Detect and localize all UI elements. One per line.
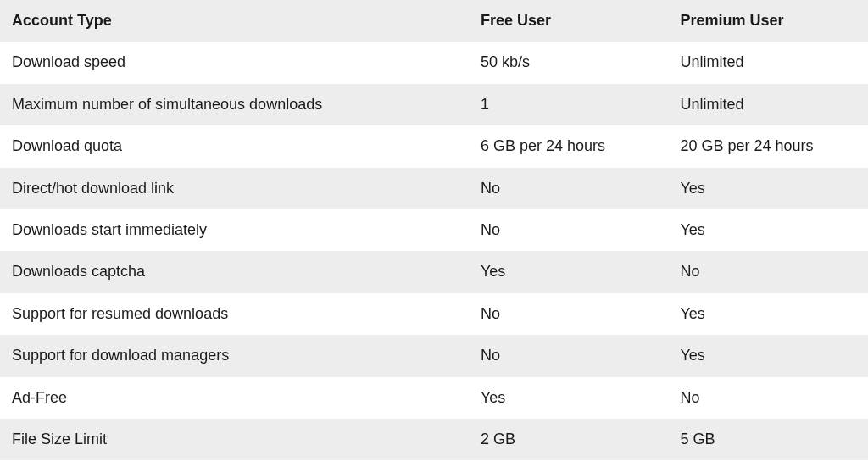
cell-premium: Yes bbox=[668, 209, 868, 251]
cell-premium: 5 GB bbox=[668, 419, 868, 460]
cell-feature: Direct/hot download link bbox=[0, 168, 469, 209]
table-row: Downloads captcha Yes No bbox=[0, 251, 868, 292]
cell-premium: No bbox=[668, 377, 868, 419]
cell-feature: Support for resumed downloads bbox=[0, 293, 469, 335]
table-row: Support for download managers No Yes bbox=[0, 335, 868, 376]
cell-free: No bbox=[469, 209, 669, 251]
cell-free: Yes bbox=[469, 377, 669, 419]
cell-premium: Yes bbox=[668, 168, 868, 209]
comparison-table: Account Type Free User Premium User Down… bbox=[0, 0, 868, 467]
cell-free: 60 seconds bbox=[469, 460, 669, 467]
table-row: Maximum number of simultaneous downloads… bbox=[0, 84, 868, 125]
table-row: Support for resumed downloads No Yes bbox=[0, 293, 868, 335]
cell-feature: Wait before download bbox=[0, 460, 469, 467]
header-feature: Account Type bbox=[0, 0, 469, 42]
cell-free: No bbox=[469, 293, 669, 335]
cell-free: 1 bbox=[469, 84, 669, 125]
table-header-row: Account Type Free User Premium User bbox=[0, 0, 868, 42]
cell-feature: Support for download managers bbox=[0, 335, 469, 376]
table-row: File Size Limit 2 GB 5 GB bbox=[0, 419, 868, 460]
cell-free: No bbox=[469, 335, 669, 376]
cell-premium: 20 GB per 24 hours bbox=[668, 125, 868, 167]
table-row: Ad-Free Yes No bbox=[0, 377, 868, 419]
table-body: Download speed 50 kb/s Unlimited Maximum… bbox=[0, 42, 868, 467]
cell-free: Yes bbox=[469, 251, 669, 292]
cell-free: No bbox=[469, 168, 669, 209]
cell-premium: Unlimited bbox=[668, 42, 868, 83]
table-row: Download quota 6 GB per 24 hours 20 GB p… bbox=[0, 125, 868, 167]
cell-premium: No bbox=[668, 251, 868, 292]
cell-free: 50 kb/s bbox=[469, 42, 669, 83]
cell-premium: No bbox=[668, 460, 868, 467]
cell-free: 6 GB per 24 hours bbox=[469, 125, 669, 167]
cell-feature: Downloads start immediately bbox=[0, 209, 469, 251]
cell-feature: Download speed bbox=[0, 42, 469, 83]
cell-feature: Ad-Free bbox=[0, 377, 469, 419]
cell-premium: Unlimited bbox=[668, 84, 868, 125]
header-premium-user: Premium User bbox=[668, 0, 868, 42]
cell-feature: Maximum number of simultaneous downloads bbox=[0, 84, 469, 125]
cell-premium: Yes bbox=[668, 335, 868, 376]
table-row: Downloads start immediately No Yes bbox=[0, 209, 868, 251]
cell-feature: Download quota bbox=[0, 125, 469, 167]
cell-feature: File Size Limit bbox=[0, 419, 469, 460]
table-row: Direct/hot download link No Yes bbox=[0, 168, 868, 209]
cell-premium: Yes bbox=[668, 293, 868, 335]
header-free-user: Free User bbox=[469, 0, 669, 42]
table-row: Wait before download 60 seconds No bbox=[0, 460, 868, 467]
table-row: Download speed 50 kb/s Unlimited bbox=[0, 42, 868, 83]
cell-feature: Downloads captcha bbox=[0, 251, 469, 292]
cell-free: 2 GB bbox=[469, 419, 669, 460]
